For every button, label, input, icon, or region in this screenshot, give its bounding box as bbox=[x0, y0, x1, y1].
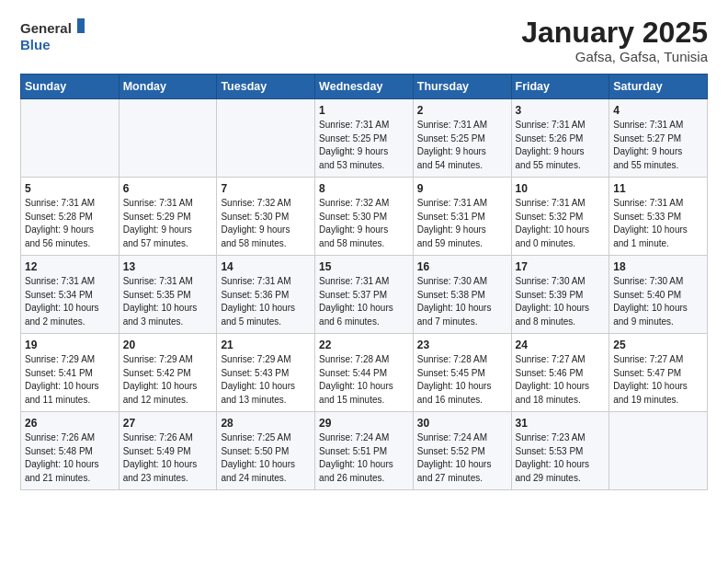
calendar-cell: 10Sunrise: 7:31 AM Sunset: 5:32 PM Dayli… bbox=[511, 178, 609, 256]
calendar-cell: 28Sunrise: 7:25 AM Sunset: 5:50 PM Dayli… bbox=[217, 412, 315, 490]
calendar-cell: 31Sunrise: 7:23 AM Sunset: 5:53 PM Dayli… bbox=[511, 412, 609, 490]
calendar-cell bbox=[609, 412, 708, 490]
calendar-cell: 4Sunrise: 7:31 AM Sunset: 5:27 PM Daylig… bbox=[609, 99, 708, 178]
calendar-cell: 16Sunrise: 7:30 AM Sunset: 5:38 PM Dayli… bbox=[413, 256, 511, 334]
day-info: Sunrise: 7:30 AM Sunset: 5:40 PM Dayligh… bbox=[613, 275, 703, 328]
calendar-cell: 23Sunrise: 7:28 AM Sunset: 5:45 PM Dayli… bbox=[413, 334, 511, 412]
day-number: 6 bbox=[123, 182, 213, 195]
day-info: Sunrise: 7:31 AM Sunset: 5:31 PM Dayligh… bbox=[417, 197, 507, 250]
calendar-cell bbox=[217, 99, 315, 178]
page: General Blue January 2025 Gafsa, Gafsa, … bbox=[0, 0, 728, 507]
day-info: Sunrise: 7:28 AM Sunset: 5:44 PM Dayligh… bbox=[319, 353, 409, 407]
calendar-cell: 27Sunrise: 7:26 AM Sunset: 5:49 PM Dayli… bbox=[119, 412, 217, 490]
day-number: 12 bbox=[25, 260, 115, 273]
day-number: 31 bbox=[516, 417, 606, 430]
week-row-5: 26Sunrise: 7:26 AM Sunset: 5:48 PM Dayli… bbox=[21, 412, 708, 490]
header-sunday: Sunday bbox=[21, 75, 119, 99]
header-tuesday: Tuesday bbox=[217, 75, 315, 99]
calendar-body: 1Sunrise: 7:31 AM Sunset: 5:25 PM Daylig… bbox=[21, 99, 708, 490]
day-number: 25 bbox=[613, 339, 703, 351]
svg-text:General: General bbox=[20, 20, 72, 36]
day-number: 13 bbox=[123, 260, 213, 273]
day-number: 2 bbox=[417, 104, 507, 117]
calendar-table: SundayMondayTuesdayWednesdayThursdayFrid… bbox=[20, 74, 708, 490]
calendar-cell: 15Sunrise: 7:31 AM Sunset: 5:37 PM Dayli… bbox=[315, 256, 414, 334]
day-number: 8 bbox=[319, 182, 409, 195]
day-number: 29 bbox=[319, 417, 409, 430]
calendar-cell: 20Sunrise: 7:29 AM Sunset: 5:42 PM Dayli… bbox=[119, 334, 217, 412]
day-info: Sunrise: 7:24 AM Sunset: 5:51 PM Dayligh… bbox=[319, 431, 409, 485]
svg-marker-1 bbox=[77, 18, 85, 33]
week-row-2: 5Sunrise: 7:31 AM Sunset: 5:28 PM Daylig… bbox=[21, 178, 708, 256]
calendar-cell: 3Sunrise: 7:31 AM Sunset: 5:26 PM Daylig… bbox=[511, 99, 609, 178]
calendar-cell: 29Sunrise: 7:24 AM Sunset: 5:51 PM Dayli… bbox=[315, 412, 414, 490]
day-info: Sunrise: 7:31 AM Sunset: 5:33 PM Dayligh… bbox=[613, 197, 703, 250]
day-info: Sunrise: 7:24 AM Sunset: 5:52 PM Dayligh… bbox=[417, 431, 507, 485]
day-info: Sunrise: 7:29 AM Sunset: 5:42 PM Dayligh… bbox=[123, 353, 213, 407]
day-info: Sunrise: 7:31 AM Sunset: 5:29 PM Dayligh… bbox=[123, 197, 213, 250]
calendar-cell: 1Sunrise: 7:31 AM Sunset: 5:25 PM Daylig… bbox=[315, 99, 414, 178]
day-info: Sunrise: 7:30 AM Sunset: 5:39 PM Dayligh… bbox=[516, 275, 606, 328]
calendar-cell: 13Sunrise: 7:31 AM Sunset: 5:35 PM Dayli… bbox=[119, 256, 217, 334]
day-number: 20 bbox=[123, 339, 213, 351]
day-info: Sunrise: 7:29 AM Sunset: 5:41 PM Dayligh… bbox=[25, 353, 115, 407]
day-info: Sunrise: 7:25 AM Sunset: 5:50 PM Dayligh… bbox=[221, 431, 311, 485]
calendar-cell: 26Sunrise: 7:26 AM Sunset: 5:48 PM Dayli… bbox=[21, 412, 119, 490]
header-friday: Friday bbox=[511, 75, 609, 99]
day-number: 21 bbox=[221, 339, 311, 351]
page-title: January 2025 bbox=[521, 17, 708, 49]
calendar-cell: 24Sunrise: 7:27 AM Sunset: 5:46 PM Dayli… bbox=[511, 334, 609, 412]
day-number: 24 bbox=[516, 339, 606, 351]
calendar-cell: 14Sunrise: 7:31 AM Sunset: 5:36 PM Dayli… bbox=[217, 256, 315, 334]
day-number: 26 bbox=[25, 417, 115, 430]
logo-svg: General Blue bbox=[20, 17, 85, 55]
calendar-cell: 22Sunrise: 7:28 AM Sunset: 5:44 PM Dayli… bbox=[315, 334, 414, 412]
day-number: 22 bbox=[319, 339, 409, 351]
day-number: 17 bbox=[516, 260, 606, 273]
calendar-cell: 9Sunrise: 7:31 AM Sunset: 5:31 PM Daylig… bbox=[413, 178, 511, 256]
calendar-cell bbox=[119, 99, 217, 178]
day-info: Sunrise: 7:31 AM Sunset: 5:27 PM Dayligh… bbox=[613, 119, 703, 172]
logo: General Blue bbox=[20, 17, 85, 55]
day-info: Sunrise: 7:31 AM Sunset: 5:37 PM Dayligh… bbox=[319, 275, 409, 328]
day-info: Sunrise: 7:30 AM Sunset: 5:38 PM Dayligh… bbox=[417, 275, 507, 328]
calendar-cell: 21Sunrise: 7:29 AM Sunset: 5:43 PM Dayli… bbox=[217, 334, 315, 412]
day-info: Sunrise: 7:31 AM Sunset: 5:26 PM Dayligh… bbox=[516, 119, 606, 172]
calendar-cell: 5Sunrise: 7:31 AM Sunset: 5:28 PM Daylig… bbox=[21, 178, 119, 256]
calendar-cell: 6Sunrise: 7:31 AM Sunset: 5:29 PM Daylig… bbox=[119, 178, 217, 256]
day-number: 9 bbox=[417, 182, 507, 195]
calendar-cell: 25Sunrise: 7:27 AM Sunset: 5:47 PM Dayli… bbox=[609, 334, 708, 412]
calendar-cell: 11Sunrise: 7:31 AM Sunset: 5:33 PM Dayli… bbox=[609, 178, 708, 256]
week-row-4: 19Sunrise: 7:29 AM Sunset: 5:41 PM Dayli… bbox=[21, 334, 708, 412]
calendar-cell: 7Sunrise: 7:32 AM Sunset: 5:30 PM Daylig… bbox=[217, 178, 315, 256]
day-info: Sunrise: 7:27 AM Sunset: 5:46 PM Dayligh… bbox=[516, 353, 606, 407]
day-info: Sunrise: 7:32 AM Sunset: 5:30 PM Dayligh… bbox=[221, 197, 311, 250]
day-number: 30 bbox=[417, 417, 507, 430]
calendar-cell: 18Sunrise: 7:30 AM Sunset: 5:40 PM Dayli… bbox=[609, 256, 708, 334]
calendar-cell: 2Sunrise: 7:31 AM Sunset: 5:25 PM Daylig… bbox=[413, 99, 511, 178]
calendar-header-row: SundayMondayTuesdayWednesdayThursdayFrid… bbox=[21, 75, 708, 99]
day-info: Sunrise: 7:32 AM Sunset: 5:30 PM Dayligh… bbox=[319, 197, 409, 250]
day-number: 23 bbox=[417, 339, 507, 351]
day-number: 11 bbox=[613, 182, 703, 195]
day-number: 18 bbox=[613, 260, 703, 273]
day-number: 16 bbox=[417, 260, 507, 273]
calendar-cell: 17Sunrise: 7:30 AM Sunset: 5:39 PM Dayli… bbox=[511, 256, 609, 334]
title-block: January 2025 Gafsa, Gafsa, Tunisia bbox=[521, 17, 708, 64]
day-info: Sunrise: 7:31 AM Sunset: 5:28 PM Dayligh… bbox=[25, 197, 115, 250]
day-number: 14 bbox=[221, 260, 311, 273]
week-row-3: 12Sunrise: 7:31 AM Sunset: 5:34 PM Dayli… bbox=[21, 256, 708, 334]
day-number: 3 bbox=[516, 104, 606, 117]
day-number: 15 bbox=[319, 260, 409, 273]
calendar-cell: 19Sunrise: 7:29 AM Sunset: 5:41 PM Dayli… bbox=[21, 334, 119, 412]
day-info: Sunrise: 7:29 AM Sunset: 5:43 PM Dayligh… bbox=[221, 353, 311, 407]
header-monday: Monday bbox=[119, 75, 217, 99]
day-number: 10 bbox=[516, 182, 606, 195]
calendar-cell bbox=[21, 99, 119, 178]
header-saturday: Saturday bbox=[609, 75, 708, 99]
calendar-cell: 12Sunrise: 7:31 AM Sunset: 5:34 PM Dayli… bbox=[21, 256, 119, 334]
calendar-cell: 30Sunrise: 7:24 AM Sunset: 5:52 PM Dayli… bbox=[413, 412, 511, 490]
calendar-cell: 8Sunrise: 7:32 AM Sunset: 5:30 PM Daylig… bbox=[315, 178, 414, 256]
day-number: 4 bbox=[613, 104, 703, 117]
day-info: Sunrise: 7:26 AM Sunset: 5:49 PM Dayligh… bbox=[123, 431, 213, 485]
